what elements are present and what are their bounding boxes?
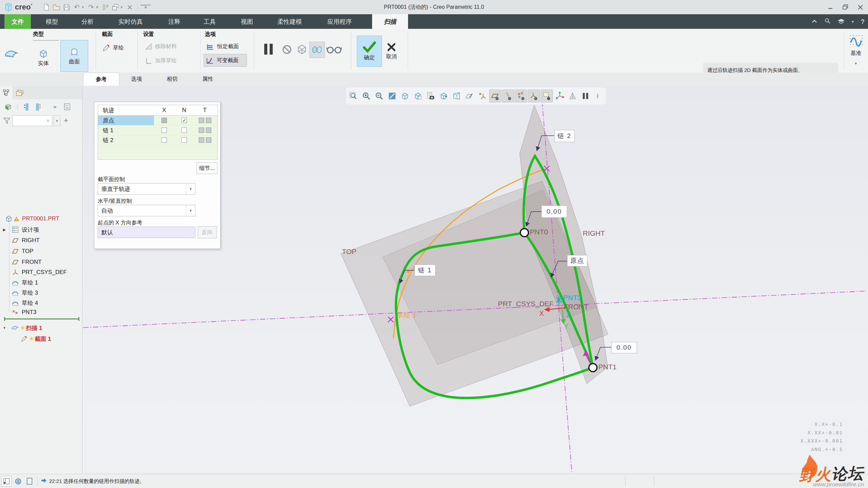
tab-tools[interactable]: 工具 — [196, 14, 223, 29]
variable-section-button[interactable]: 可变截面 — [204, 54, 247, 67]
tree-item-root[interactable]: PRT0001.PRT — [5, 214, 59, 223]
axis-display-toggle-icon[interactable]: 0 — [502, 90, 514, 102]
pause-display-icon[interactable] — [579, 90, 592, 102]
t-box-2[interactable] — [206, 137, 211, 143]
minimize-ribbon-icon[interactable] — [811, 19, 817, 25]
csys-display-toggle-icon[interactable]: 0 — [528, 90, 540, 102]
details-button[interactable]: 细节... — [196, 162, 217, 174]
pause-feature-icon[interactable] — [263, 42, 274, 57]
chain1-tag[interactable]: 链 1 — [414, 265, 436, 276]
front-plane-label[interactable]: FRONT — [564, 303, 588, 311]
tree-item-sketch3[interactable]: 草绘 3 — [12, 288, 38, 297]
table-row[interactable]: 原点 ✓ — [98, 116, 217, 125]
geometry-preview-icon[interactable] — [309, 42, 325, 58]
dashboard-tab-options[interactable]: 选项 — [119, 73, 154, 85]
n-checkbox[interactable] — [181, 137, 187, 143]
tree-item-csys[interactable]: PRT_CSYS_DEF — [12, 268, 67, 277]
toggle-navigator-icon[interactable] — [1, 476, 12, 487]
redo-button[interactable]: ↷ — [86, 2, 96, 12]
windows-button[interactable] — [110, 2, 120, 12]
help-icon[interactable]: ? — [861, 18, 865, 25]
new-file-button[interactable] — [41, 2, 51, 12]
dragger-icon[interactable] — [566, 90, 579, 102]
sketch1-label[interactable]: 草绘 1 — [396, 310, 417, 320]
expand-down-icon[interactable]: ▼ — [2, 326, 7, 330]
collapse-tree-icon[interactable] — [34, 103, 42, 111]
tab-applications[interactable]: 应用程序 — [317, 14, 362, 29]
dashboard-tab-properties[interactable]: 属性 — [190, 73, 226, 85]
regenerate-button[interactable] — [100, 2, 110, 12]
remove-material-button[interactable]: 移除材料 — [144, 42, 177, 51]
tree-search-input[interactable]: ✕ — [12, 115, 52, 126]
browser-globe-icon[interactable] — [13, 476, 23, 487]
datum-display-filters-icon[interactable] — [476, 90, 488, 102]
t-box-2[interactable] — [206, 118, 211, 123]
verify-glasses-icon[interactable] — [326, 45, 342, 55]
windows-caret[interactable]: ▾ — [120, 5, 124, 9]
t-box-2[interactable] — [206, 128, 211, 133]
redo-caret[interactable]: ▾ — [96, 5, 100, 9]
dashboard-tab-references[interactable]: 参考 — [83, 73, 119, 86]
constant-section-button[interactable]: 恒定截面 — [206, 42, 239, 51]
dim-pnt1-value[interactable]: 0.00 — [611, 342, 637, 353]
point-display-toggle-icon[interactable]: 0 — [515, 90, 527, 102]
search-icon[interactable] — [824, 18, 831, 25]
select-caret-icon[interactable]: ▾ — [186, 205, 195, 216]
dim-pnt0-value[interactable]: 0.00 — [541, 206, 567, 218]
open-file-button[interactable] — [51, 2, 61, 12]
view-normal-icon[interactable] — [438, 90, 450, 102]
customize-toolbar-caret[interactable]: ▼ — [140, 5, 151, 9]
tab-flexible-modeling[interactable]: 柔性建模 — [267, 14, 312, 29]
no-preview-icon[interactable] — [282, 44, 292, 56]
surface-button[interactable]: 曲面 — [60, 40, 88, 72]
blank-page-icon[interactable] — [24, 476, 35, 487]
x-checkbox[interactable] — [161, 137, 167, 143]
tree-item-sweep1[interactable]: ▼ ✳ 扫描 1 — [2, 323, 42, 333]
close-icon[interactable] — [855, 3, 865, 12]
saved-views-icon[interactable] — [425, 90, 437, 102]
resume-display-icon[interactable] — [592, 90, 604, 102]
tab-sweep[interactable]: 扫描 — [372, 14, 408, 29]
wireframe-preview-icon[interactable] — [296, 43, 308, 57]
t-box-1[interactable] — [199, 137, 204, 143]
repaint-icon[interactable] — [386, 90, 398, 102]
solid-button[interactable]: 实体 — [33, 43, 54, 72]
tab-file[interactable]: 文件 — [4, 14, 31, 29]
pnt0-label[interactable]: PNT0 — [530, 228, 548, 236]
t-box-1[interactable] — [199, 118, 204, 123]
zoom-in-icon[interactable] — [360, 90, 372, 102]
learning-icon[interactable] — [837, 18, 845, 25]
add-filter-icon[interactable]: + — [64, 116, 68, 125]
flip-button[interactable]: 反向 — [198, 226, 217, 238]
pnt1-label[interactable]: PNT1 — [598, 363, 617, 371]
tree-item-sketch1[interactable]: 草绘 1 — [12, 278, 38, 287]
tree-item-pnt3[interactable]: PNT3 — [12, 308, 36, 317]
spin-center-icon[interactable] — [554, 90, 566, 102]
perspective-icon[interactable] — [450, 90, 463, 102]
section-view-icon[interactable] — [412, 90, 424, 102]
x-checkbox[interactable] — [161, 128, 167, 133]
tab-model[interactable]: 模型 — [38, 14, 65, 29]
minimize-icon[interactable] — [825, 3, 835, 12]
clear-search-icon[interactable]: ✕ — [46, 118, 50, 123]
dashboard-tab-tangency[interactable]: 相切 — [154, 73, 190, 85]
sketch-display-icon[interactable] — [463, 90, 476, 102]
datum-caret[interactable]: ▾ — [855, 61, 857, 66]
model-tree-tab[interactable] — [0, 86, 13, 99]
hv-control-select[interactable]: 自动 ▾ — [98, 205, 195, 216]
tree-settings-icon[interactable] — [63, 103, 71, 111]
restore-icon[interactable] — [840, 3, 850, 12]
xdir-reference-input[interactable]: 默认 — [98, 227, 195, 238]
undo-caret[interactable]: ▾ — [82, 5, 86, 9]
plane-display-toggle-icon[interactable]: 0 — [489, 90, 501, 102]
csys-label[interactable]: PRT_CSYS_DEF — [498, 300, 554, 308]
save-button[interactable] — [61, 2, 72, 12]
learning-caret[interactable]: ▾ — [852, 19, 854, 24]
tree-item-front-plane[interactable]: FRONT — [12, 257, 42, 267]
top-plane-label[interactable]: TOP — [342, 248, 356, 256]
n-checkbox[interactable]: ✓ — [181, 118, 187, 123]
zoom-out-icon[interactable] — [373, 90, 385, 102]
cancel-button[interactable]: 取消 — [383, 37, 400, 65]
table-row[interactable]: 链 1 — [98, 125, 217, 135]
right-plane-label[interactable]: RIGHT — [583, 229, 605, 237]
